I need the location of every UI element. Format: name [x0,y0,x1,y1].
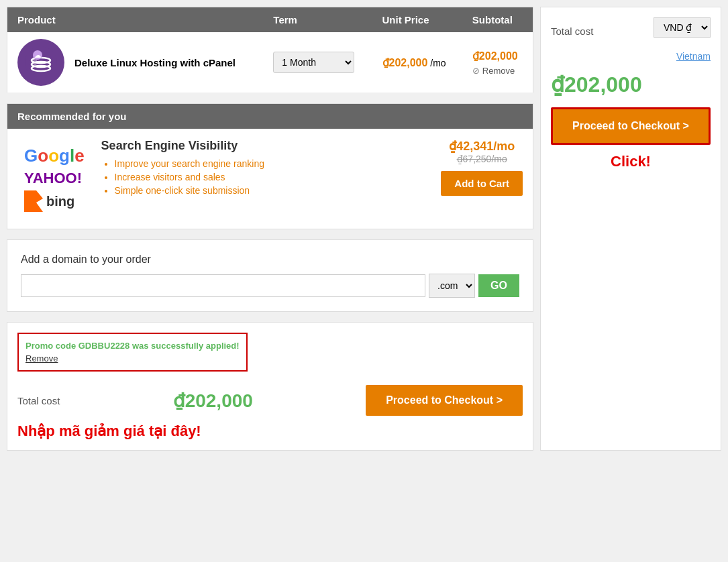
yahoo-logo: YAHOO! [24,170,85,187]
unit-price: ₫202,000 [382,57,428,68]
promo-remove-link[interactable]: Remove [25,353,240,363]
recommended-section: Recommended for you Google YAHOO! bing [7,103,533,229]
cart-row: ☁ Deluxe Linux Hosting with cPanel 1 Mon… [7,32,533,93]
subtotal-price: ₫202,000 [472,50,518,62]
feature-2: Increase visitors and sales [115,172,431,182]
domain-input[interactable] [21,274,425,297]
promo-vietnamese: Nhập mã giảm giá tại đây! [17,423,523,440]
svg-marker-7 [24,190,43,212]
checkout-button-bottom[interactable]: Proceed to Checkout > [366,385,523,416]
domain-title: Add a domain to your order [21,254,519,266]
checkout-button-sidebar[interactable]: Proceed to Checkout > [551,107,711,145]
currency-select[interactable]: VND ₫ USD $ [654,17,711,38]
recommended-header: Recommended for you [7,104,533,129]
promo-success-message: Promo code GDBBU2228 was successfully ap… [25,341,240,351]
product-name: Deluxe Linux Hosting with cPanel [74,57,236,68]
search-title: Search Engine Visibility [101,139,431,153]
col-product: Product [7,7,264,33]
domain-ext-select[interactable]: .com .net .org .info .biz [429,274,475,298]
google-logo: Google [24,146,85,166]
add-to-cart-button[interactable]: Add to Cart [441,171,523,196]
search-logos: Google YAHOO! bing [17,139,91,219]
remove-link[interactable]: Remove [472,66,523,76]
promo-box: Promo code GDBBU2228 was successfully ap… [17,333,248,372]
bottom-section: Promo code GDBBU2228 was successfully ap… [7,322,533,451]
total-label-bottom: Total cost [17,395,60,406]
search-original-price: ₫67,250/mo [441,154,523,164]
feature-1: Improve your search engine ranking [115,158,431,169]
term-select[interactable]: 1 Month 3 Months 6 Months 12 Months 24 M… [273,52,354,73]
domain-section: Add a domain to your order .com .net .or… [7,239,533,312]
search-features: Improve your search engine ranking Incre… [101,158,431,196]
search-price: ₫42,341/mo [441,139,523,154]
col-subtotal: Subtotal [462,7,533,33]
col-term: Term [263,7,372,33]
country-link[interactable]: Vietnam [551,51,711,62]
feature-3: Simple one-click site submission [115,185,431,196]
col-unit-price: Unit Price [372,7,462,33]
total-amount-bottom: ₫202,000 [173,390,253,412]
sidebar-total-label: Total cost [551,25,593,37]
sidebar: Total cost VND ₫ USD $ Vietnam ₫202,000 … [540,7,721,451]
bing-logo: bing [24,190,85,212]
unit-price-suffix: /mo [430,58,446,68]
sidebar-total-amount: ₫202,000 [551,72,711,97]
search-info: Search Engine Visibility Improve your se… [101,139,431,199]
cart-table: Product Term Unit Price Subtotal [7,7,533,93]
domain-go-button[interactable]: GO [478,274,519,297]
main-content: Product Term Unit Price Subtotal [7,7,533,451]
product-icon: ☁ [17,39,64,86]
click-label: Click! [551,153,711,170]
search-pricing: ₫42,341/mo ₫67,250/mo Add to Cart [441,139,523,196]
svg-text:☁: ☁ [34,52,41,59]
